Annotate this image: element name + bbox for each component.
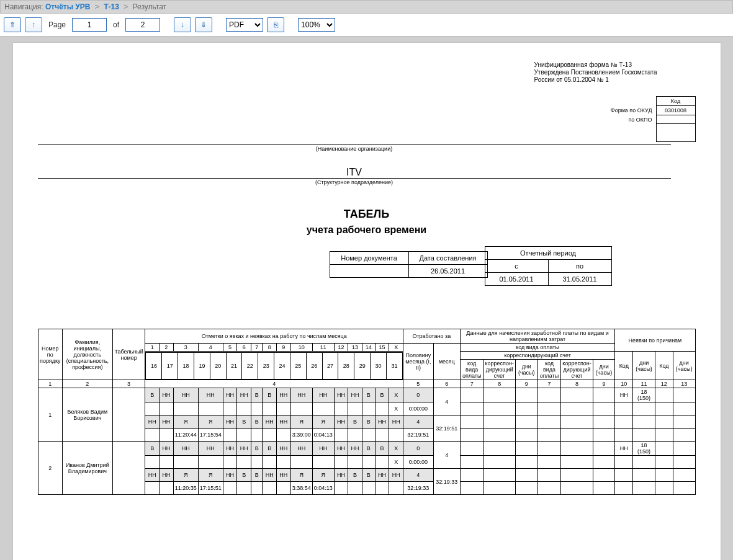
table-cell <box>633 416 655 429</box>
table-cell: Я <box>173 469 198 482</box>
table-cell: НН <box>290 388 312 402</box>
table-cell: НН <box>615 442 633 456</box>
th-day: 5 <box>223 344 237 352</box>
table-cell <box>223 482 237 495</box>
table-cell: Я <box>173 416 198 429</box>
table-cell: НН <box>263 469 277 482</box>
table-cell <box>655 442 673 456</box>
table-cell: Я <box>312 469 334 482</box>
table-cell: НН <box>389 416 403 429</box>
table-cell <box>515 388 537 402</box>
table-cell: НН <box>223 388 237 402</box>
table-cell <box>537 388 561 402</box>
prev-page-button[interactable]: ↑ <box>25 17 42 32</box>
table-cell <box>655 388 673 402</box>
table-cell <box>277 429 291 442</box>
table-cell: НН <box>348 388 362 402</box>
table-cell: НН <box>277 442 291 456</box>
table-cell: НН <box>173 388 198 402</box>
table-cell <box>173 402 198 416</box>
table-cell: 0:04:13 <box>312 429 334 442</box>
table-cell: В <box>362 388 375 402</box>
report-title-2: учета рабочего времени <box>38 224 696 236</box>
th-dch: дни (часы) <box>515 360 537 380</box>
table-cell <box>673 482 695 495</box>
table-cell <box>198 402 223 416</box>
th-day: 23 <box>258 352 274 379</box>
table-cell: Я <box>312 416 334 429</box>
table-cell <box>277 456 291 469</box>
table-cell: НН <box>237 388 251 402</box>
table-cell: 4 <box>433 388 460 416</box>
th-index: 5 <box>403 380 433 388</box>
dept-caption: (Структурное подразделение) <box>38 179 671 185</box>
export-button[interactable]: ⎘ <box>267 17 284 32</box>
table-cell <box>593 402 615 416</box>
table-cell <box>389 429 403 442</box>
table-cell <box>483 416 515 429</box>
th-index: 12 <box>655 380 673 388</box>
table-cell <box>460 388 483 402</box>
breadcrumb-nav-label: Навигация: <box>4 2 43 11</box>
table-cell <box>460 482 483 495</box>
table-cell <box>362 482 375 495</box>
th-day: 26 <box>306 352 322 379</box>
th-day: 30 <box>371 352 387 379</box>
table-cell: 0:00:00 <box>403 456 433 469</box>
table-cell <box>145 402 160 416</box>
table-cell: НН <box>160 388 174 402</box>
table-cell <box>615 402 633 416</box>
breadcrumb-link-level2[interactable]: Т-13 <box>104 2 119 11</box>
first-page-button[interactable]: ⇑ <box>4 17 21 32</box>
th-worked: Отработано за <box>403 329 460 344</box>
table-cell <box>537 402 561 416</box>
table-cell: 4 <box>403 469 433 482</box>
table-cell <box>389 482 403 495</box>
table-cell <box>237 402 251 416</box>
table-cell: 17:15:54 <box>198 429 223 442</box>
table-cell: НН <box>312 388 334 402</box>
th-day: 6 <box>237 344 251 352</box>
table-cell <box>593 469 615 482</box>
zoom-select[interactable]: 100% <box>298 18 335 32</box>
table-cell <box>483 402 515 416</box>
th-day: 13 <box>348 344 362 352</box>
table-cell <box>561 388 593 402</box>
table-cell <box>561 402 593 416</box>
th-absences: Неявки по причинам <box>615 329 695 352</box>
format-select[interactable]: PDF <box>226 18 263 32</box>
table-cell <box>145 429 160 442</box>
last-page-button[interactable]: ⇓ <box>195 17 212 32</box>
table-cell: В <box>251 442 263 456</box>
table-cell: 4 <box>433 442 460 469</box>
th-day: 19 <box>194 352 210 379</box>
table-cell <box>460 429 483 442</box>
table-cell: В <box>348 416 362 429</box>
table-cell <box>251 482 263 495</box>
current-page-input[interactable] <box>72 18 107 32</box>
code-header: Код <box>656 97 695 106</box>
table-cell <box>223 402 237 416</box>
breadcrumb-link-level1[interactable]: Отчёты УРВ <box>45 2 90 11</box>
breadcrumb: Навигация: Отчёты УРВ > Т-13 > Результат <box>0 0 733 14</box>
table-cell: В <box>145 442 160 456</box>
table-cell <box>160 429 174 442</box>
table-cell <box>198 456 223 469</box>
th-day: 21 <box>226 352 242 379</box>
date-value: 26.05.2011 <box>408 265 487 278</box>
th-day: 27 <box>322 352 338 379</box>
table-cell <box>537 482 561 495</box>
th-kod: Код <box>615 352 633 380</box>
th-day: 29 <box>354 352 371 379</box>
th-index: 6 <box>433 380 460 388</box>
next-page-button[interactable]: ↓ <box>174 17 191 32</box>
table-cell <box>673 442 695 456</box>
total-pages-field <box>125 18 160 32</box>
table-cell: В <box>251 388 263 402</box>
table-cell: В <box>362 416 375 429</box>
table-cell: 11:20:44 <box>173 429 198 442</box>
table-cell <box>615 416 633 429</box>
table-cell: Х <box>389 456 403 469</box>
th-day: 24 <box>274 352 290 379</box>
breadcrumb-sep-icon: > <box>124 2 128 11</box>
